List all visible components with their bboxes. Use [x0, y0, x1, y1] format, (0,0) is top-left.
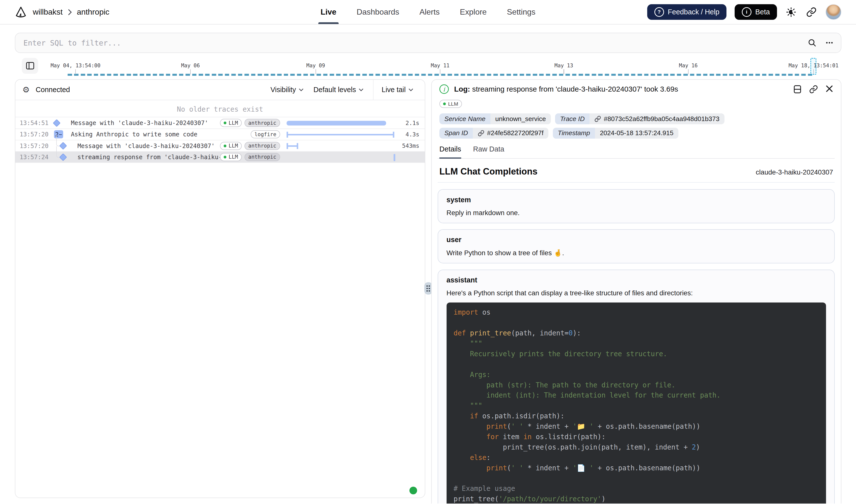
code-token: """ — [454, 339, 482, 347]
trace-row-label: streaming response from 'claude-3-haiku-… — [77, 154, 220, 161]
attribute-chip-span-id: Span ID#24fe5822720f297f — [439, 128, 548, 139]
live-tail-dropdown[interactable]: Live tail — [373, 80, 425, 100]
trace-row-marker — [50, 140, 73, 151]
code-token: * indent + — [523, 464, 573, 472]
no-older-traces-message: No older traces exist — [15, 100, 425, 117]
code-token: print_tree(os.path.join(path, item), ind… — [454, 443, 692, 451]
chevron-down-icon — [299, 88, 304, 91]
tag-pill-anthropic: anthropic — [244, 142, 280, 150]
tab-alerts[interactable]: Alerts — [419, 0, 440, 24]
tab-details[interactable]: Details — [439, 145, 461, 158]
tag-pill-llm: LLM — [220, 142, 242, 150]
code-line: for item in os.listdir(path): — [447, 432, 826, 442]
trace-row[interactable]: 13:57:20Message with 'claude-3-haiku-202… — [15, 140, 425, 151]
code-token: ' ' — [511, 464, 523, 472]
tab-live[interactable]: Live — [320, 0, 336, 24]
attribute-value: unknown_service — [490, 113, 551, 124]
tag-label: logfire — [255, 131, 276, 138]
green-dot-icon — [224, 145, 226, 147]
user-avatar[interactable] — [825, 4, 841, 20]
code-token: 0 — [569, 329, 573, 337]
beta-button[interactable]: i Beta — [735, 4, 777, 20]
duration-bar-region — [286, 129, 394, 140]
code-token: * indent + — [523, 422, 573, 430]
sql-bar-icons — [807, 38, 834, 47]
trace-row[interactable]: 13:54:51Message with 'claude-3-haiku-202… — [15, 117, 425, 128]
timeline-track[interactable]: May 04, 13:54:00May 06May 09May 11May 13… — [49, 57, 841, 77]
trace-row-tags: logfire — [251, 130, 280, 138]
code-token: ) — [696, 443, 700, 451]
trace-row[interactable]: 13:57:202−Asking Anthropic to write some… — [15, 128, 425, 140]
code-token: 2 — [692, 443, 696, 451]
tag-label: LLM — [229, 154, 238, 160]
message-role: system — [447, 196, 826, 204]
sql-filter-input[interactable] — [22, 38, 807, 48]
code-token: ' ' — [511, 422, 523, 430]
code-token: # Example usage — [454, 484, 515, 492]
duration-bar — [394, 154, 395, 161]
timeline-tick — [563, 69, 564, 74]
trace-row-time: 13:57:24 — [20, 154, 50, 161]
copy-link-icon[interactable] — [809, 85, 818, 94]
trace-row-marker — [50, 117, 67, 128]
default-levels-dropdown[interactable]: Default levels — [313, 86, 364, 94]
open-docs-icon[interactable] — [793, 85, 802, 94]
green-dot-icon — [443, 103, 446, 105]
tab-explore[interactable]: Explore — [460, 0, 487, 24]
attribute-value[interactable]: #24fe5822720f297f — [473, 128, 548, 139]
green-dot-icon — [224, 122, 226, 124]
log-tags: LLM — [438, 100, 835, 108]
code-token: path (str): The path to the directory or… — [454, 381, 676, 389]
chat-messages: systemReply in markdown one.userWrite Py… — [438, 189, 835, 504]
breadcrumb-org[interactable]: willbakst — [33, 7, 63, 17]
more-options-icon[interactable] — [825, 38, 834, 47]
attribute-label: Trace ID — [555, 113, 590, 124]
link-icon — [594, 115, 601, 122]
attribute-value[interactable]: #8073c52a62ffb9ba05c4aa948d01b373 — [590, 113, 724, 124]
tag-label: anthropic — [248, 143, 276, 149]
message-text: Reply in markdown one. — [447, 209, 826, 217]
code-line: print(' ' * indent + '📁 ' + os.path.base… — [447, 421, 826, 432]
tag-label: anthropic — [248, 120, 276, 126]
visibility-dropdown[interactable]: Visibility — [270, 86, 304, 94]
tab-raw-data[interactable]: Raw Data — [473, 145, 504, 158]
close-icon[interactable] — [825, 85, 833, 94]
code-token: def — [454, 329, 466, 337]
timeline-label: May 13 — [555, 62, 573, 69]
code-line: print_tree(os.path.join(path, item), ind… — [447, 442, 826, 452]
message-text: Here's a Python script that can display … — [447, 289, 826, 297]
duration-bar-region — [286, 117, 394, 128]
code-token: ( — [507, 464, 511, 472]
share-link-icon[interactable] — [805, 6, 817, 18]
trace-row-tags: LLManthropic — [220, 153, 280, 161]
code-token: + os.path.basename(path)) — [593, 464, 700, 472]
attribute-value-text: #24fe5822720f297f — [487, 129, 544, 137]
tab-dashboards[interactable]: Dashboards — [357, 0, 399, 24]
tag-pill-anthropic: anthropic — [244, 153, 280, 161]
traces-panel-header: ⚙ Connected Visibility Default levels Li… — [15, 80, 425, 101]
attribute-value-text: 2024-05-18 13:57:24.915 — [600, 129, 674, 137]
section-title: LLM Chat Completions — [439, 166, 538, 177]
code-token: '/path/to/your/directory' — [499, 495, 601, 503]
attribute-value: 2024-05-18 13:57:24.915 — [595, 128, 678, 139]
tab-settings[interactable]: Settings — [507, 0, 535, 24]
breadcrumb-project[interactable]: anthropic — [77, 7, 109, 17]
code-token: '📁 ' — [573, 422, 593, 430]
duration-bar — [286, 132, 394, 138]
code-token: os — [478, 308, 491, 316]
trace-row[interactable]: 13:57:24streaming response from 'claude-… — [15, 151, 425, 163]
logfire-logo-icon[interactable] — [15, 6, 27, 18]
traces-panel: ⚙ Connected Visibility Default levels Li… — [15, 79, 425, 498]
code-token: """ — [454, 401, 482, 410]
timeline-tick — [316, 69, 316, 74]
theme-toggle-icon[interactable] — [785, 6, 797, 18]
sidebar-toggle-icon[interactable] — [22, 58, 38, 74]
feedback-help-button[interactable]: ? Feedback / Help — [647, 4, 727, 20]
timeline-row: May 04, 13:54:00May 06May 09May 11May 13… — [15, 57, 841, 77]
tag-label: LLM — [229, 143, 238, 149]
timeline-label: May 09 — [307, 62, 325, 69]
code-line: def print_tree(path, indent=0): — [447, 328, 826, 338]
gear-icon[interactable]: ⚙ — [22, 86, 30, 94]
search-icon[interactable] — [807, 38, 817, 47]
code-token: ): — [573, 329, 581, 337]
